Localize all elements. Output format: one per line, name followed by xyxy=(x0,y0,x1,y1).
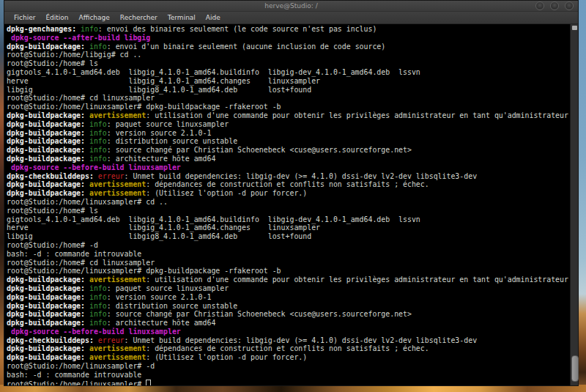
terminal-line: dpkg-genchanges: info: envoi des binaire… xyxy=(7,25,570,34)
terminal-line: libgig libgig8_4.1.0-1_amd64.deb lost+fo… xyxy=(7,86,570,95)
terminal-cursor xyxy=(146,380,151,385)
terminal-line: dpkg-buildpackage: avertissement: utilis… xyxy=(7,275,570,284)
terminal-line: dpkg-buildpackage: info: paquet source l… xyxy=(7,120,570,129)
menu-item-terminal[interactable]: Terminal xyxy=(168,14,196,21)
window-content: dpkg-genchanges: info: envoi des binaire… xyxy=(4,24,578,385)
terminal-line: dpkg-checkbuilddeps: erreur: Unmet build… xyxy=(7,172,570,181)
terminal-line: root@Studio:/home# -d xyxy=(7,241,570,250)
terminal-line: herve libgig_4.1.0-1_amd64.changes linux… xyxy=(7,77,570,86)
menu-bar: FichierÉditionAffichageRechercherTermina… xyxy=(4,12,578,24)
terminal-line: dpkg-buildpackage: info: envoi d'un bina… xyxy=(7,42,570,51)
terminal-line: dpkg-buildpackage: info: version source … xyxy=(7,293,570,302)
terminal-line: dpkg-buildpackage: avertissement: (Utili… xyxy=(7,189,570,198)
terminal-line: root@Studio:/home# ls xyxy=(7,59,570,68)
menu-item-aide[interactable]: Aide xyxy=(206,14,220,21)
terminal-line: root@Studio:/home/linuxsampler# cd .. xyxy=(7,198,570,207)
terminal-line: dpkg-buildpackage: info: distribution so… xyxy=(7,302,570,311)
terminal-line: gigtools_4.1.0-1_amd64.deb libgig_4.1.0-… xyxy=(7,215,570,224)
terminal-line: libgig libgig8_4.1.0-1_amd64.deb lost+fo… xyxy=(7,232,570,241)
terminal-line: bash: -d : commande introuvable xyxy=(7,250,570,259)
terminal-line: dpkg-buildpackage: info: architecture hô… xyxy=(7,319,570,328)
terminal-line: dpkg-buildpackage: avertissement: dépend… xyxy=(7,180,570,189)
terminal-line: dpkg-source --after-build libgig xyxy=(7,34,570,42)
terminal-line: dpkg-buildpackage: info: distribution so… xyxy=(7,137,570,146)
menu-item-rechercher[interactable]: Rechercher xyxy=(120,14,157,21)
terminal-line: dpkg-source --before-build linuxsampler xyxy=(7,328,570,336)
terminal-window: herve@Studio: / FichierÉditionAffichageR… xyxy=(4,0,579,386)
window-titlebar[interactable]: herve@Studio: / xyxy=(4,1,578,12)
terminal-line: root@Studio:/home/linuxsampler# dpkg-bui… xyxy=(7,267,570,275)
terminal-line: dpkg-checkbuilddeps: erreur: Unmet build… xyxy=(7,336,570,345)
desktop-wallpaper: herve@Studio: / FichierÉditionAffichageR… xyxy=(0,0,586,392)
terminal-line: root@Studio:/home# ls xyxy=(7,207,570,215)
terminal-line: gigtools_4.1.0-1_amd64.deb libgig_4.1.0-… xyxy=(7,68,570,77)
menu-item-affichage[interactable]: Affichage xyxy=(79,14,110,21)
terminal-line: bash: -d : commande introuvable xyxy=(7,371,570,380)
terminal-line: dpkg-source --before-build linuxsampler xyxy=(7,163,570,172)
terminal-line: dpkg-buildpackage: avertissement: (Utili… xyxy=(7,353,570,362)
menu-item-fichier[interactable]: Fichier xyxy=(14,14,35,21)
window-title: herve@Studio: / xyxy=(4,1,578,11)
menu-item-edition[interactable]: Édition xyxy=(45,14,68,21)
terminal-line: dpkg-buildpackage: info: version source … xyxy=(7,129,570,138)
terminal-line: root@Studio:/home# cd linuxsampler xyxy=(7,94,570,103)
terminal-line: dpkg-buildpackage: info: source changé p… xyxy=(7,310,570,319)
terminal-line: root@Studio:/home/linuxsampler# xyxy=(7,380,570,385)
window-button-close[interactable] xyxy=(565,1,574,10)
scrollbar-stepper-icon[interactable] xyxy=(572,26,577,30)
terminal-line: root@Studio:/home/linuxsampler# dpkg-bui… xyxy=(7,103,570,111)
scrollbar-track[interactable] xyxy=(570,24,578,385)
terminal-line: herve libgig_4.1.0-1_amd64.changes linux… xyxy=(7,223,570,232)
terminal-line: dpkg-buildpackage: avertissement: utilis… xyxy=(7,111,570,120)
terminal-line: root@Studio:/home# cd linuxsampler xyxy=(7,259,570,267)
window-button-maximize[interactable] xyxy=(550,1,559,10)
scrollbar-thumb[interactable] xyxy=(571,355,579,382)
terminal-line: root@Studio:/home/libgig# cd .. xyxy=(7,51,570,59)
terminal-line: dpkg-buildpackage: avertissement: dépend… xyxy=(7,344,570,353)
window-controls xyxy=(535,1,574,10)
terminal-line: dpkg-buildpackage: info: source changé p… xyxy=(7,146,570,155)
terminal-line: dpkg-buildpackage: info: architecture hô… xyxy=(7,155,570,163)
terminal-line: root@Studio:/home/linuxsampler# -d xyxy=(7,362,570,371)
terminal-line: dpkg-buildpackage: info: paquet source l… xyxy=(7,284,570,293)
window-button-minimize[interactable] xyxy=(535,1,544,10)
terminal-screen[interactable]: dpkg-genchanges: info: envoi des binaire… xyxy=(4,24,570,385)
terminal-output: dpkg-genchanges: info: envoi des binaire… xyxy=(4,24,570,385)
